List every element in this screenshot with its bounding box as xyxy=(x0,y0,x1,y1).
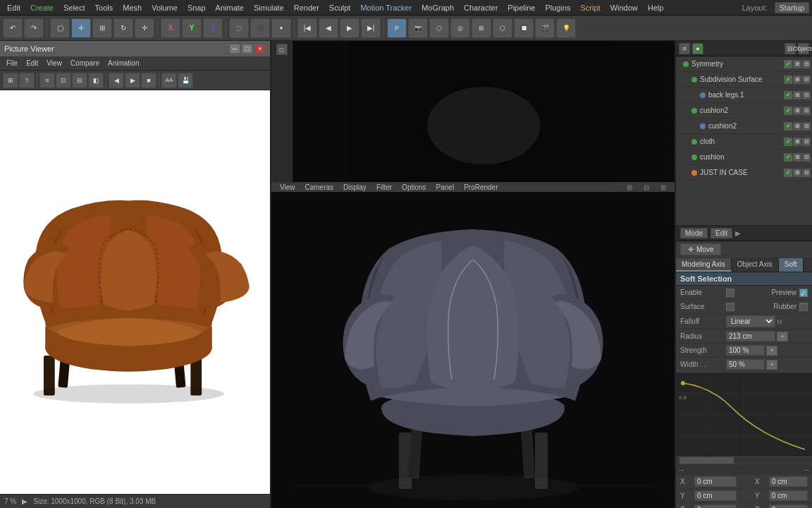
pv-tb-stop[interactable]: ■ xyxy=(141,73,156,88)
menu-sculpt[interactable]: Sculpt xyxy=(325,2,355,13)
tree-item-just-in-case[interactable]: JUST IN CASE ✓ ⊞ ⊟ xyxy=(676,165,812,181)
vp-menu-cameras[interactable]: Cameras xyxy=(301,183,338,192)
scrollbar-thumb[interactable] xyxy=(679,457,734,464)
viewport-config-button[interactable]: 🔲 xyxy=(514,18,534,38)
camera-3-button[interactable]: 🎬 xyxy=(535,18,555,38)
redo-button[interactable]: ↷ xyxy=(24,18,44,38)
render-region-button[interactable]: ● xyxy=(271,18,291,38)
tree-item-subdivision[interactable]: Subdivision Surface ✓ ⊞ ⊟ xyxy=(676,72,812,87)
pv-tb-btn1[interactable]: ⊞ xyxy=(3,73,18,88)
graph-scrollbar[interactable] xyxy=(676,456,812,464)
startup-label[interactable]: Startup xyxy=(775,2,809,13)
x-axis-button[interactable]: X xyxy=(161,18,180,38)
viewport-3d-canvas[interactable] xyxy=(271,193,675,508)
z-axis-button[interactable]: Z xyxy=(203,18,223,38)
tab-soft[interactable]: Soft xyxy=(779,258,804,272)
menu-window[interactable]: Window xyxy=(606,2,642,13)
pv-tb-btn3[interactable]: ≡ xyxy=(39,73,55,88)
pv-tb-btn5[interactable]: ⊟ xyxy=(72,73,87,88)
menu-script[interactable]: Script xyxy=(577,2,605,13)
viewport-mode-btn[interactable]: ◻ xyxy=(276,44,288,55)
rp-icon-2[interactable]: ● xyxy=(692,43,703,54)
undo-button[interactable]: ↶ xyxy=(3,18,23,38)
move-button[interactable]: ✛ Move xyxy=(680,243,721,255)
strength-inc-btn[interactable]: + xyxy=(766,346,777,356)
pv-tb-next[interactable]: ▶ xyxy=(125,73,140,88)
select-tool-button[interactable]: ▢ xyxy=(50,18,70,38)
obj-button[interactable]: ⬡ xyxy=(429,18,449,38)
pv-minimize-button[interactable]: ─ xyxy=(229,44,240,54)
radius-inc-btn[interactable]: + xyxy=(777,332,788,341)
menu-volume[interactable]: Volume xyxy=(147,2,182,13)
menu-snap[interactable]: Snap xyxy=(183,2,210,13)
light-button[interactable]: 💡 xyxy=(556,18,576,38)
menu-pipeline[interactable]: Pipeline xyxy=(503,2,539,13)
menu-mesh[interactable]: Mesh xyxy=(118,2,146,13)
viewport-icon-1[interactable]: ⊞ xyxy=(622,183,636,192)
pv-maximize-button[interactable]: □ xyxy=(242,44,253,54)
ex-input[interactable] xyxy=(769,476,808,487)
tab-modeling-axis[interactable]: Modeling Axis xyxy=(676,258,732,272)
radius-input[interactable] xyxy=(726,331,775,341)
scale-tool-button[interactable]: ⊞ xyxy=(92,18,112,38)
x-input[interactable] xyxy=(694,476,737,487)
ez-input[interactable] xyxy=(769,504,808,508)
wireframe-button[interactable]: ⬡ xyxy=(493,18,512,38)
camera-button[interactable]: 🎥 xyxy=(250,18,270,38)
vp-menu-filter[interactable]: Filter xyxy=(372,183,396,192)
pv-tb-save[interactable]: 💾 xyxy=(178,73,193,88)
pv-menu-compare[interactable]: Compare xyxy=(67,59,103,68)
viewport-icon-3[interactable]: ⊞ xyxy=(656,183,670,192)
tree-item-symmetry[interactable]: Symmetry ✓ ⊞ ⊟ xyxy=(676,56,812,72)
persp-view-button[interactable]: P xyxy=(387,18,407,38)
edit-btn[interactable]: Edit xyxy=(710,228,732,238)
rotate-tool-button[interactable]: ↻ xyxy=(113,18,133,38)
tree-item-cushion[interactable]: cushion ✓ ⊞ ⊟ xyxy=(676,150,812,165)
falloff-select[interactable]: Linear xyxy=(726,315,775,327)
tree-item-cushion2-parent[interactable]: cushion2 ✓ ⊞ ⊟ xyxy=(676,103,812,119)
play-back-button[interactable]: ◀ xyxy=(319,18,338,38)
prev-frame-button[interactable]: |◀ xyxy=(297,18,317,38)
menu-tools[interactable]: Tools xyxy=(91,2,118,13)
y-axis-button[interactable]: Y xyxy=(182,18,202,38)
pv-play-btn[interactable]: ▶ xyxy=(22,497,27,505)
vp-menu-display[interactable]: Display xyxy=(339,183,371,192)
move-tool-button[interactable]: ✛ xyxy=(71,18,91,38)
tab-object-axis[interactable]: Object Axis xyxy=(732,258,779,272)
menu-animate[interactable]: Animate xyxy=(211,2,248,13)
next-frame-button[interactable]: ▶| xyxy=(361,18,381,38)
menu-edit[interactable]: Edit xyxy=(3,2,25,13)
y-input[interactable] xyxy=(694,490,737,501)
tree-item-cloth[interactable]: cloth ✓ ⊞ ⊟ xyxy=(676,134,812,150)
menu-render[interactable]: Render xyxy=(290,2,324,13)
pv-tb-aa[interactable]: AA xyxy=(161,73,177,88)
transform-tool-button[interactable]: ✛ xyxy=(135,18,154,38)
surface-checkbox[interactable] xyxy=(726,303,734,311)
menu-plugins[interactable]: Plugins xyxy=(541,2,574,13)
rubber-checkbox[interactable] xyxy=(799,303,808,311)
tree-item-cushion2-child[interactable]: cushion2 ✓ ⊞ ⊟ xyxy=(676,119,812,134)
vp-menu-view[interactable]: View xyxy=(276,183,300,192)
play-button[interactable]: ▶ xyxy=(340,18,359,38)
pv-tb-btn2[interactable]: ? xyxy=(19,73,35,88)
z-input[interactable] xyxy=(694,504,737,508)
menu-mograph[interactable]: MoGraph xyxy=(417,2,458,13)
grid-button[interactable]: ⊞ xyxy=(472,18,491,38)
pv-tb-btn6[interactable]: ◧ xyxy=(88,73,104,88)
menu-create[interactable]: Create xyxy=(26,2,58,13)
menu-character[interactable]: Character xyxy=(460,2,502,13)
preview-checkbox[interactable]: ✓ xyxy=(799,289,808,297)
camera-view-button[interactable]: 📷 xyxy=(408,18,428,38)
vp-menu-options[interactable]: Options xyxy=(398,183,430,192)
pv-tb-btn4[interactable]: ⊡ xyxy=(56,73,71,88)
pv-menu-view[interactable]: View xyxy=(43,59,66,68)
menu-motion-tracker[interactable]: Motion Tracker xyxy=(356,2,416,13)
pv-tb-prev[interactable]: ◀ xyxy=(109,73,124,88)
menu-help[interactable]: Help xyxy=(644,2,668,13)
ey-input[interactable] xyxy=(769,490,808,501)
rp-icon-1[interactable]: ≡ xyxy=(679,43,690,54)
width-inc-btn[interactable]: + xyxy=(766,360,777,370)
mode-btn[interactable]: Mode xyxy=(680,228,708,238)
menu-simulate[interactable]: Simulate xyxy=(250,2,288,13)
pv-menu-edit[interactable]: Edit xyxy=(23,59,42,68)
